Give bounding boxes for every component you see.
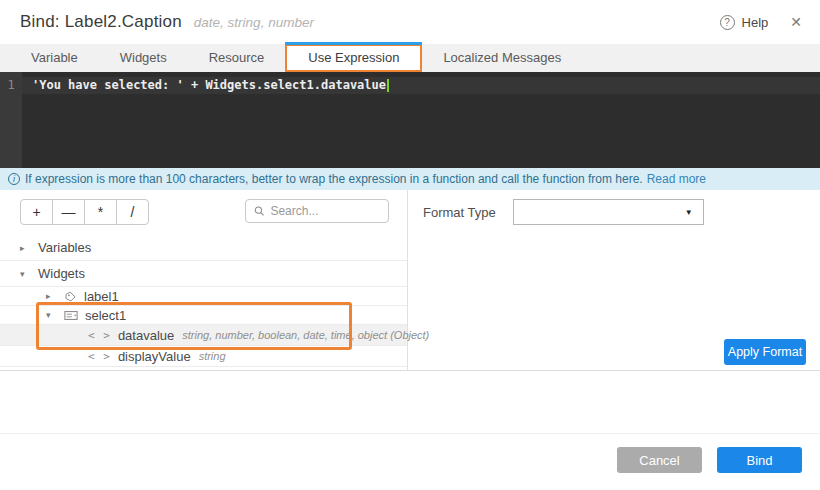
- expression-code: 'You have selected: ' + Widgets.select1.…: [32, 78, 386, 92]
- tree-node-label1[interactable]: ▸ label1: [0, 287, 407, 306]
- tree-node-label: Variables: [38, 240, 91, 255]
- tab-variable[interactable]: Variable: [10, 44, 99, 72]
- active-tab-indicator: [285, 42, 422, 45]
- help-label: Help: [742, 15, 769, 30]
- property-icon: < >: [88, 350, 111, 363]
- search-icon: [254, 205, 264, 217]
- property-type-text: string: [199, 350, 226, 362]
- format-type-row: Format Type ▼: [409, 190, 820, 225]
- editor-code-area[interactable]: 'You have selected: ' + Widgets.select1.…: [22, 72, 820, 168]
- info-text: If expression is more than 100 character…: [25, 172, 643, 186]
- tree-node-widgets[interactable]: ▾ Widgets: [0, 261, 407, 287]
- title-subtitle: date, string, number: [194, 15, 314, 30]
- caret-right-icon[interactable]: ▸: [20, 243, 32, 253]
- caret-down-icon[interactable]: ▾: [20, 269, 32, 279]
- header-actions: ? Help ✕: [720, 14, 802, 30]
- title-wrap: Bind: Label2.Caption date, string, numbe…: [20, 12, 314, 32]
- close-icon[interactable]: ✕: [790, 14, 802, 30]
- help-button[interactable]: ? Help: [720, 15, 769, 30]
- tree-node-label: Widgets: [38, 266, 85, 281]
- bind-dialog: Bind: Label2.Caption date, string, numbe…: [0, 0, 820, 490]
- expression-editor[interactable]: 1 'You have selected: ' + Widgets.select…: [0, 72, 820, 168]
- caret-down-icon[interactable]: ▾: [46, 310, 58, 320]
- select-widget-icon: [64, 310, 78, 321]
- info-banner: i If expression is more than 100 charact…: [0, 168, 820, 190]
- label-widget-icon: [64, 290, 77, 303]
- tree-node-datavalue[interactable]: < > datavalue string, number, boolean, d…: [0, 325, 407, 346]
- dropdown-caret-icon: ▼: [685, 208, 693, 217]
- active-code-line: 'You have selected: ' + Widgets.select1.…: [22, 77, 820, 94]
- divide-operator-button[interactable]: /: [116, 199, 149, 225]
- line-number: 1: [7, 78, 14, 92]
- multiply-operator-button[interactable]: *: [84, 199, 117, 225]
- caret-right-icon[interactable]: ▸: [46, 291, 58, 301]
- search-input[interactable]: [270, 204, 380, 218]
- tree-node-label: select1: [85, 308, 126, 323]
- tab-use-expression[interactable]: Use Expression: [285, 44, 422, 72]
- bind-button[interactable]: Bind: [717, 447, 802, 473]
- tree-node-select1[interactable]: ▾ select1: [0, 306, 407, 325]
- footer-spacer: [0, 371, 820, 433]
- content-area: + — * / ▸ Variables: [0, 190, 820, 371]
- tab-bar: Variable Widgets Resource Use Expression…: [0, 44, 820, 72]
- tab-localized-messages[interactable]: Localized Messages: [422, 44, 582, 72]
- minus-operator-button[interactable]: —: [52, 199, 85, 225]
- text-cursor: [387, 79, 389, 92]
- tree-panel: + — * / ▸ Variables: [0, 190, 408, 370]
- tree-toolbar: + — * /: [0, 190, 407, 235]
- tab-use-expression-label: Use Expression: [308, 50, 399, 65]
- cancel-button[interactable]: Cancel: [617, 447, 702, 473]
- tree-node-label: displayValue: [118, 349, 191, 364]
- format-panel: Format Type ▼ Apply Format: [409, 190, 820, 370]
- tree-node-label: label1: [84, 289, 119, 304]
- tree-node-variables[interactable]: ▸ Variables: [0, 235, 407, 261]
- search-box[interactable]: [245, 199, 389, 223]
- plus-operator-button[interactable]: +: [20, 199, 53, 225]
- format-type-label: Format Type: [423, 205, 496, 220]
- read-more-link[interactable]: Read more: [647, 172, 706, 186]
- operator-button-group: + — * /: [20, 199, 149, 225]
- info-icon: i: [8, 173, 20, 185]
- dialog-header: Bind: Label2.Caption date, string, numbe…: [0, 0, 820, 44]
- tab-resource[interactable]: Resource: [188, 44, 286, 72]
- dialog-footer: Cancel Bind: [0, 433, 820, 473]
- format-type-dropdown[interactable]: ▼: [513, 199, 704, 225]
- tab-widgets[interactable]: Widgets: [99, 44, 188, 72]
- apply-format-button[interactable]: Apply Format: [724, 339, 806, 365]
- property-icon: < >: [88, 329, 111, 342]
- bind-tree: ▸ Variables ▾ Widgets ▸ label1: [0, 235, 407, 367]
- property-type-text: string, number, boolean, date, time, obj…: [182, 329, 429, 341]
- tree-node-label: datavalue: [118, 328, 174, 343]
- page-title: Bind: Label2.Caption: [20, 12, 182, 32]
- tree-node-displayvalue[interactable]: < > displayValue string: [0, 346, 407, 367]
- editor-gutter: 1: [0, 72, 22, 168]
- help-icon: ?: [720, 15, 735, 30]
